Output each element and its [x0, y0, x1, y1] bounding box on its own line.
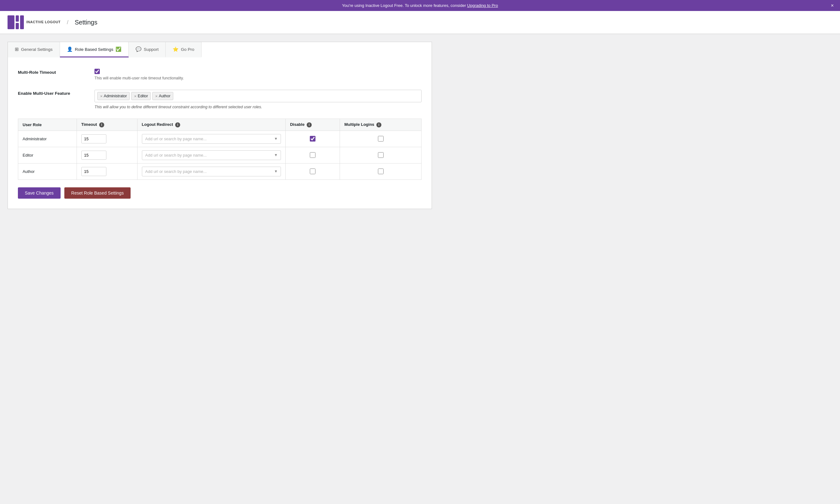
multiple-logins-info-icon: i	[376, 122, 381, 127]
tag-administrator-close[interactable]: ×	[100, 94, 103, 98]
tag-author-label: Author	[159, 94, 171, 98]
disable-editor	[285, 147, 340, 163]
multiple-logins-editor	[340, 147, 422, 163]
banner-close-button[interactable]: ×	[831, 3, 834, 8]
reset-role-settings-button[interactable]: Reset Role Based Settings	[64, 187, 130, 199]
star-icon: ⭐	[173, 47, 179, 52]
redirect-author: Add url or search by page name... ▼	[137, 163, 285, 180]
disable-checkbox-administrator[interactable]	[310, 136, 316, 142]
site-header: INACTIVE LOGOUT / Settings	[0, 11, 840, 34]
redirect-select-editor[interactable]: Add url or search by page name...	[142, 150, 281, 160]
grid-icon: ⊞	[15, 47, 19, 52]
tabs-bar: ⊞ General Settings 👤 Role Based Settings…	[7, 42, 432, 57]
redirect-select-wrap-administrator: Add url or search by page name... ▼	[142, 134, 281, 144]
disable-info-icon: i	[307, 122, 312, 127]
tag-input-wrap[interactable]: × Administrator × Editor × Author	[94, 90, 422, 102]
redirect-editor: Add url or search by page name... ▼	[137, 147, 285, 163]
logo-text: INACTIVE LOGOUT	[26, 20, 60, 24]
timeout-administrator	[76, 130, 137, 147]
multiple-logins-administrator	[340, 130, 422, 147]
multiple-logins-checkbox-editor[interactable]	[378, 152, 383, 158]
logo-area: INACTIVE LOGOUT	[7, 15, 60, 29]
roles-table: User Role Timeout i Logout Redirect i Di…	[18, 119, 422, 180]
svg-rect-2	[16, 23, 19, 29]
multi-role-timeout-help: This will enable multi-user role timeout…	[94, 76, 422, 80]
multiple-logins-checkbox-administrator[interactable]	[378, 136, 383, 142]
multi-role-timeout-row: Multi-Role Timeout This will enable mult…	[18, 69, 422, 80]
page-title: Settings	[75, 19, 97, 26]
logout-redirect-info-icon: i	[175, 122, 180, 127]
tag-editor-label: Editor	[138, 94, 148, 98]
redirect-select-author[interactable]: Add url or search by page name...	[142, 167, 281, 176]
redirect-administrator: Add url or search by page name... ▼	[137, 130, 285, 147]
timeout-info-icon: i	[99, 122, 104, 127]
disable-administrator	[285, 130, 340, 147]
disable-checkbox-author[interactable]	[310, 168, 316, 174]
timeout-input-author[interactable]	[81, 167, 106, 176]
col-multiple-logins: Multiple Logins i	[340, 119, 422, 131]
role-administrator: Administrator	[18, 130, 77, 147]
redirect-select-wrap-editor: Add url or search by page name... ▼	[142, 150, 281, 160]
timeout-input-administrator[interactable]	[81, 134, 106, 143]
tab-go-pro-label: Go Pro	[181, 47, 194, 52]
button-row: Save Changes Reset Role Based Settings	[18, 187, 422, 199]
tag-administrator: × Administrator	[97, 92, 130, 100]
redirect-select-administrator[interactable]: Add url or search by page name...	[142, 134, 281, 144]
tag-editor-close[interactable]: ×	[134, 94, 137, 98]
table-row-administrator: Administrator Add url or search by page …	[18, 130, 422, 147]
multiple-logins-author	[340, 163, 422, 180]
bubble-icon: 💬	[136, 47, 142, 52]
tab-general-label: General Settings	[21, 47, 53, 52]
timeout-editor	[76, 147, 137, 163]
tab-support-label: Support	[144, 47, 159, 52]
svg-rect-0	[7, 15, 15, 29]
role-editor: Editor	[18, 147, 77, 163]
role-author: Author	[18, 163, 77, 180]
tag-administrator-label: Administrator	[104, 94, 127, 98]
enable-multi-user-label: Enable Multi-User Feature	[18, 90, 87, 96]
main-panel: Multi-Role Timeout This will enable mult…	[7, 57, 432, 209]
tag-editor: × Editor	[131, 92, 151, 100]
tag-author: × Author	[152, 92, 173, 100]
tag-author-close[interactable]: ×	[155, 94, 158, 98]
svg-rect-1	[16, 15, 19, 22]
banner-message: You're using Inactive Logout Free. To un…	[342, 3, 467, 8]
table-row-author: Author Add url or search by page name...…	[18, 163, 422, 180]
timeout-author	[76, 163, 137, 180]
multi-role-timeout-checkbox[interactable]	[94, 69, 100, 74]
multi-role-timeout-checkbox-wrap	[94, 69, 422, 74]
tag-help-text: This will allow you to define different …	[94, 105, 422, 109]
col-timeout: Timeout i	[76, 119, 137, 131]
tab-go-pro[interactable]: ⭐ Go Pro	[166, 42, 201, 57]
disable-author	[285, 163, 340, 180]
enable-multi-user-control: × Administrator × Editor × Author This w…	[94, 90, 422, 109]
upgrade-link[interactable]: Upgrading to Pro	[467, 3, 498, 8]
tab-general-settings[interactable]: ⊞ General Settings	[8, 42, 60, 57]
person-icon: 👤	[67, 47, 73, 52]
enable-multi-user-row: Enable Multi-User Feature × Administrato…	[18, 90, 422, 109]
tab-role-based-settings[interactable]: 👤 Role Based Settings ✅	[60, 42, 129, 57]
tab-check-icon: ✅	[115, 47, 122, 52]
table-header-row: User Role Timeout i Logout Redirect i Di…	[18, 119, 422, 131]
col-logout-redirect: Logout Redirect i	[137, 119, 285, 131]
tab-support[interactable]: 💬 Support	[129, 42, 166, 57]
disable-checkbox-editor[interactable]	[310, 152, 316, 158]
col-user-role: User Role	[18, 119, 77, 131]
svg-rect-3	[20, 15, 24, 29]
col-disable: Disable i	[285, 119, 340, 131]
multi-role-timeout-control: This will enable multi-user role timeout…	[94, 69, 422, 80]
redirect-select-wrap-author: Add url or search by page name... ▼	[142, 167, 281, 176]
timeout-input-editor[interactable]	[81, 151, 106, 160]
multi-role-timeout-label: Multi-Role Timeout	[18, 69, 87, 75]
table-row-editor: Editor Add url or search by page name...…	[18, 147, 422, 163]
logo-icon	[7, 15, 24, 29]
multiple-logins-checkbox-author[interactable]	[378, 168, 383, 174]
content-wrap: ⊞ General Settings 👤 Role Based Settings…	[0, 34, 440, 221]
save-changes-button[interactable]: Save Changes	[18, 187, 60, 199]
header-separator: /	[67, 19, 68, 26]
tab-role-based-label: Role Based Settings	[75, 47, 113, 52]
promo-banner: You're using Inactive Logout Free. To un…	[0, 0, 840, 11]
